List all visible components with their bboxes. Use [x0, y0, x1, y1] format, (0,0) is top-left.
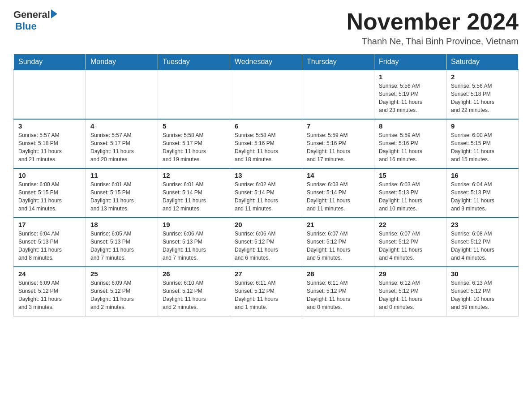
day-info: Sunrise: 6:00 AM Sunset: 5:15 PM Dayligh… — [451, 131, 514, 163]
day-number: 25 — [90, 270, 153, 278]
day-info: Sunrise: 6:12 AM Sunset: 5:12 PM Dayligh… — [379, 279, 442, 311]
weekday-header-sunday: Sunday — [14, 54, 86, 70]
day-number: 1 — [379, 73, 442, 81]
day-info: Sunrise: 5:58 AM Sunset: 5:17 PM Dayligh… — [163, 131, 225, 163]
day-info: Sunrise: 5:56 AM Sunset: 5:19 PM Dayligh… — [379, 82, 442, 114]
day-number: 15 — [379, 171, 442, 179]
day-info: Sunrise: 5:57 AM Sunset: 5:17 PM Dayligh… — [90, 131, 153, 163]
day-number: 2 — [451, 73, 514, 81]
day-info: Sunrise: 6:07 AM Sunset: 5:12 PM Dayligh… — [307, 230, 369, 262]
title-area: November 2024 Thanh Ne, Thai Binh Provin… — [347, 9, 519, 47]
day-number: 9 — [451, 122, 514, 130]
calendar-cell: 18Sunrise: 6:05 AM Sunset: 5:13 PM Dayli… — [86, 218, 158, 267]
day-info: Sunrise: 6:04 AM Sunset: 5:13 PM Dayligh… — [18, 230, 81, 262]
day-number: 23 — [451, 221, 514, 228]
calendar-cell: 6Sunrise: 5:58 AM Sunset: 5:16 PM Daylig… — [230, 119, 302, 168]
calendar-cell: 29Sunrise: 6:12 AM Sunset: 5:12 PM Dayli… — [374, 267, 446, 316]
calendar-cell — [230, 70, 302, 119]
day-info: Sunrise: 6:09 AM Sunset: 5:12 PM Dayligh… — [90, 279, 153, 311]
calendar-week-row: 1Sunrise: 5:56 AM Sunset: 5:19 PM Daylig… — [14, 70, 519, 119]
day-number: 26 — [163, 270, 225, 278]
day-info: Sunrise: 5:59 AM Sunset: 5:16 PM Dayligh… — [379, 131, 442, 163]
weekday-header-wednesday: Wednesday — [230, 54, 302, 70]
day-info: Sunrise: 6:02 AM Sunset: 5:14 PM Dayligh… — [235, 180, 297, 213]
calendar-cell: 5Sunrise: 5:58 AM Sunset: 5:17 PM Daylig… — [158, 119, 230, 168]
day-number: 6 — [235, 122, 297, 130]
day-info: Sunrise: 6:10 AM Sunset: 5:12 PM Dayligh… — [163, 279, 225, 311]
weekday-header-thursday: Thursday — [302, 54, 374, 70]
calendar-cell: 17Sunrise: 6:04 AM Sunset: 5:13 PM Dayli… — [14, 218, 86, 267]
day-number: 27 — [235, 270, 297, 278]
calendar-cell: 11Sunrise: 6:01 AM Sunset: 5:15 PM Dayli… — [86, 168, 158, 218]
day-info: Sunrise: 6:05 AM Sunset: 5:13 PM Dayligh… — [90, 230, 153, 262]
calendar-week-row: 10Sunrise: 6:00 AM Sunset: 5:15 PM Dayli… — [14, 168, 519, 218]
day-info: Sunrise: 5:56 AM Sunset: 5:18 PM Dayligh… — [451, 82, 514, 114]
day-number: 29 — [379, 270, 442, 278]
day-number: 12 — [163, 171, 225, 179]
weekday-header-monday: Monday — [86, 54, 158, 70]
weekday-header-row: SundayMondayTuesdayWednesdayThursdayFrid… — [14, 54, 519, 70]
calendar-week-row: 17Sunrise: 6:04 AM Sunset: 5:13 PM Dayli… — [14, 218, 519, 267]
calendar-cell: 16Sunrise: 6:04 AM Sunset: 5:13 PM Dayli… — [446, 168, 519, 218]
day-number: 14 — [307, 171, 369, 179]
day-number: 22 — [379, 221, 442, 228]
location-subtitle: Thanh Ne, Thai Binh Province, Vietnam — [347, 36, 519, 47]
day-info: Sunrise: 6:06 AM Sunset: 5:12 PM Dayligh… — [235, 230, 297, 262]
day-number: 11 — [90, 171, 153, 179]
calendar-week-row: 24Sunrise: 6:09 AM Sunset: 5:12 PM Dayli… — [14, 267, 519, 316]
calendar-cell: 26Sunrise: 6:10 AM Sunset: 5:12 PM Dayli… — [158, 267, 230, 316]
day-number: 3 — [18, 122, 81, 130]
month-year-title: November 2024 — [347, 9, 519, 34]
day-number: 8 — [379, 122, 442, 130]
day-info: Sunrise: 6:01 AM Sunset: 5:15 PM Dayligh… — [90, 180, 153, 213]
weekday-header-saturday: Saturday — [446, 54, 519, 70]
calendar-cell: 23Sunrise: 6:08 AM Sunset: 5:12 PM Dayli… — [446, 218, 519, 267]
calendar-cell: 3Sunrise: 5:57 AM Sunset: 5:18 PM Daylig… — [14, 119, 86, 168]
day-info: Sunrise: 5:59 AM Sunset: 5:16 PM Dayligh… — [307, 131, 369, 163]
calendar-cell: 19Sunrise: 6:06 AM Sunset: 5:13 PM Dayli… — [158, 218, 230, 267]
calendar-cell: 24Sunrise: 6:09 AM Sunset: 5:12 PM Dayli… — [14, 267, 86, 316]
calendar-cell — [14, 70, 86, 119]
day-info: Sunrise: 6:06 AM Sunset: 5:13 PM Dayligh… — [163, 230, 225, 262]
calendar-cell: 15Sunrise: 6:03 AM Sunset: 5:13 PM Dayli… — [374, 168, 446, 218]
logo-general-text: General — [13, 9, 50, 21]
day-number: 4 — [90, 122, 153, 130]
day-number: 7 — [307, 122, 369, 130]
logo: General Blue — [13, 9, 57, 32]
calendar-cell: 1Sunrise: 5:56 AM Sunset: 5:19 PM Daylig… — [374, 70, 446, 119]
day-info: Sunrise: 6:08 AM Sunset: 5:12 PM Dayligh… — [451, 230, 514, 262]
calendar-cell: 4Sunrise: 5:57 AM Sunset: 5:17 PM Daylig… — [86, 119, 158, 168]
calendar-cell: 9Sunrise: 6:00 AM Sunset: 5:15 PM Daylig… — [446, 119, 519, 168]
calendar-cell — [158, 70, 230, 119]
calendar-cell: 25Sunrise: 6:09 AM Sunset: 5:12 PM Dayli… — [86, 267, 158, 316]
logo-triangle-icon — [51, 9, 57, 18]
day-number: 30 — [451, 270, 514, 278]
day-number: 21 — [307, 221, 369, 228]
day-info: Sunrise: 6:03 AM Sunset: 5:13 PM Dayligh… — [379, 180, 442, 213]
day-info: Sunrise: 6:01 AM Sunset: 5:14 PM Dayligh… — [163, 180, 225, 213]
logo-blue-text: Blue — [15, 21, 37, 32]
calendar-week-row: 3Sunrise: 5:57 AM Sunset: 5:18 PM Daylig… — [14, 119, 519, 168]
day-number: 17 — [18, 221, 81, 228]
calendar-cell: 30Sunrise: 6:13 AM Sunset: 5:12 PM Dayli… — [446, 267, 519, 316]
day-info: Sunrise: 5:58 AM Sunset: 5:16 PM Dayligh… — [235, 131, 297, 163]
day-number: 24 — [18, 270, 81, 278]
calendar-cell: 22Sunrise: 6:07 AM Sunset: 5:12 PM Dayli… — [374, 218, 446, 267]
weekday-header-tuesday: Tuesday — [158, 54, 230, 70]
day-info: Sunrise: 5:57 AM Sunset: 5:18 PM Dayligh… — [18, 131, 81, 163]
calendar-cell: 20Sunrise: 6:06 AM Sunset: 5:12 PM Dayli… — [230, 218, 302, 267]
day-number: 5 — [163, 122, 225, 130]
calendar-cell: 13Sunrise: 6:02 AM Sunset: 5:14 PM Dayli… — [230, 168, 302, 218]
calendar-cell: 10Sunrise: 6:00 AM Sunset: 5:15 PM Dayli… — [14, 168, 86, 218]
calendar-cell: 8Sunrise: 5:59 AM Sunset: 5:16 PM Daylig… — [374, 119, 446, 168]
calendar-cell — [86, 70, 158, 119]
day-number: 13 — [235, 171, 297, 179]
day-number: 19 — [163, 221, 225, 228]
day-number: 20 — [235, 221, 297, 228]
calendar-cell: 12Sunrise: 6:01 AM Sunset: 5:14 PM Dayli… — [158, 168, 230, 218]
calendar-cell: 21Sunrise: 6:07 AM Sunset: 5:12 PM Dayli… — [302, 218, 374, 267]
weekday-header-friday: Friday — [374, 54, 446, 70]
day-info: Sunrise: 6:03 AM Sunset: 5:14 PM Dayligh… — [307, 180, 369, 213]
day-number: 28 — [307, 270, 369, 278]
calendar-cell: 2Sunrise: 5:56 AM Sunset: 5:18 PM Daylig… — [446, 70, 519, 119]
